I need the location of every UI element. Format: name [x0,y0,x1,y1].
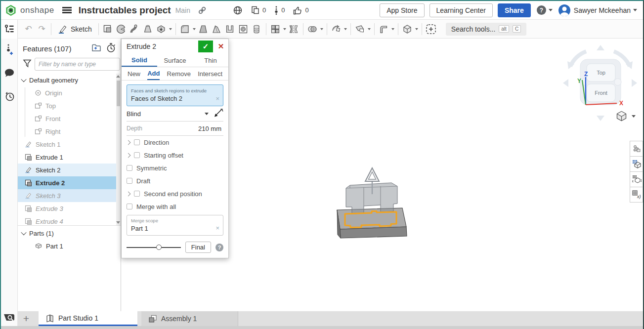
versions-count[interactable]: 0 [274,5,285,15]
add-tab-button[interactable]: + [18,311,35,326]
depth-input[interactable]: 210 mm [198,125,223,132]
frame-tool-icon[interactable] [401,22,414,36]
plane-dropdown-caret[interactable] [368,28,371,30]
rotate-up-arrow-icon[interactable] [597,45,604,50]
tab-solid[interactable]: Solid [122,54,157,67]
transform-tool-icon[interactable] [330,22,343,36]
tree-item-extrude-4[interactable]: Extrude 4 [18,215,121,226]
plane-tool-icon[interactable] [353,22,367,36]
rotate-west-arrow-icon[interactable] [563,79,568,87]
tree-item-sketch-3[interactable]: Sketch 3 [18,189,121,202]
direction-checkbox[interactable] [134,139,140,145]
revolve-tool-icon[interactable] [115,22,128,36]
share-button[interactable]: Share [498,3,531,17]
pattern-tool-icon[interactable] [269,22,282,36]
undo-button[interactable]: ↶ [22,22,35,36]
clear-merge-scope-icon[interactable]: × [215,224,219,232]
onshape-logo[interactable]: onshape [5,4,54,16]
redo-button[interactable]: ↷ [35,22,48,36]
avatar[interactable] [558,4,570,16]
sheet-metal-tool-icon[interactable] [377,22,390,36]
cancel-button[interactable]: ✕ [215,41,227,52]
insert-tool-icon[interactable] [425,22,438,36]
comments-panel-icon[interactable] [4,68,15,80]
chamfer-tool-icon[interactable] [197,22,210,36]
rotate-east-arrow-icon[interactable] [632,79,637,87]
tab-part-studio-1[interactable]: Part Studio 1 [39,311,137,326]
tab-surface[interactable]: Surface [157,54,193,67]
boolean-dropdown-caret[interactable] [320,28,323,30]
copies-count[interactable]: 0 [251,5,266,15]
tree-group-default-geometry[interactable]: Default geometry [18,74,121,86]
expand-chevron-icon[interactable] [126,153,131,158]
scroll-down-arrow-icon[interactable] [116,221,120,224]
help-icon[interactable]: ? [537,5,546,15]
confirm-button[interactable]: ✓ [198,41,213,52]
learning-center-button[interactable]: Learning Center [429,3,493,17]
clear-selection-icon[interactable]: × [215,95,219,102]
flip-direction-icon[interactable] [214,109,223,119]
op-add[interactable]: Add [147,67,160,80]
tree-item-top-plane[interactable]: Top [18,99,121,112]
feature-list-toggle-button[interactable] [1,20,18,39]
tree-item-part-1[interactable]: Part 1 [18,240,121,252]
draft-checkbox[interactable] [127,178,132,184]
sweep-tool-icon[interactable] [128,22,141,36]
versions-panel-icon[interactable] [4,43,14,57]
thicken-dropdown-caret[interactable] [169,28,172,30]
tree-item-sketch-2[interactable]: Sketch 2 [18,164,121,176]
branch-name[interactable]: Main [175,6,190,14]
scrollbar-thumb[interactable] [117,81,120,106]
fillet-dropdown-caret[interactable] [193,28,196,30]
scroll-up-arrow-icon[interactable] [116,75,120,78]
tree-item-extrude-2-selected[interactable]: Extrude 2 [18,176,121,189]
boolean-tool-icon[interactable] [306,22,319,36]
fillet-tool-icon[interactable] [178,22,192,36]
filter-input[interactable] [35,58,120,71]
tab-assembly-1[interactable]: Assembly 1 [141,311,238,326]
hole-tool-icon[interactable] [237,22,250,36]
named-views-button[interactable] [630,156,643,172]
link-icon[interactable] [197,5,207,15]
likes-count[interactable]: 0 [293,5,308,15]
tree-item-right-plane[interactable]: Right [18,125,121,138]
preview-slider[interactable] [127,244,181,250]
faces-selection-box[interactable]: Faces and sketch regions to extrude Face… [127,84,223,106]
search-tools-button[interactable]: Search tools... alt C [446,23,526,36]
view-mode-caret-icon[interactable] [632,115,636,118]
loft-tool-icon[interactable] [141,22,155,36]
app-store-button[interactable]: App Store [380,3,424,17]
sketch-button[interactable]: Sketch [54,24,96,34]
tree-group-parts[interactable]: Parts (1) [18,227,121,240]
sheet-metal-dropdown-caret[interactable] [391,28,394,30]
starting-offset-checkbox[interactable] [134,152,140,158]
final-button[interactable]: Final [185,242,211,253]
tab-thin[interactable]: Thin [193,54,228,67]
view-mode-dropdown[interactable] [615,110,636,122]
rib-tool-icon[interactable] [223,22,237,36]
main-menu-icon[interactable] [62,7,72,13]
op-new[interactable]: New [128,67,140,80]
pattern-dropdown-caret[interactable] [283,28,286,30]
merge-scope-box[interactable]: Merge scope Part 1 × [127,215,223,236]
chevron-down-icon[interactable] [21,77,26,82]
help-caret-icon[interactable] [549,9,553,11]
second-end-position-checkbox[interactable] [134,191,140,197]
model-3d[interactable] [322,166,431,241]
mirror-tool-icon[interactable] [287,22,301,36]
search-in-document-icon[interactable] [3,312,16,324]
tree-item-origin[interactable]: Origin [18,86,121,99]
filter-funnel-icon[interactable] [23,59,32,70]
feature-statistics-icon[interactable] [106,42,116,55]
add-folder-icon[interactable] [91,43,101,54]
slider-knob[interactable] [156,245,162,250]
expand-chevron-icon[interactable] [126,191,131,196]
tree-item-extrude-3[interactable]: Extrude 3 [18,202,121,215]
appearance-button[interactable] [630,141,643,157]
history-panel-icon[interactable] [4,91,15,104]
configurations-button[interactable]: x) [630,187,643,203]
dialog-help-icon[interactable]: ? [215,244,223,251]
transform-dropdown-caret[interactable] [344,28,347,30]
tree-item-front-plane[interactable]: Front [18,112,121,125]
globe-icon[interactable] [233,5,243,15]
